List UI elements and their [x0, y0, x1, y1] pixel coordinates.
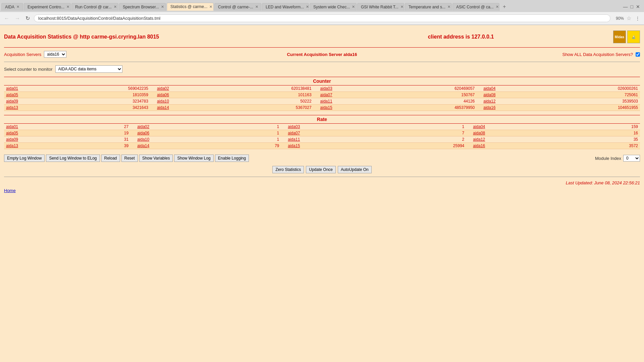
- tab-label: Statistics @ carme...: [170, 4, 207, 9]
- reload-button[interactable]: ↻: [24, 14, 31, 22]
- rate-name[interactable]: aida13: [4, 143, 87, 149]
- reset-button[interactable]: Reset: [121, 155, 138, 162]
- counter-value: 620469057: [389, 85, 477, 92]
- rate-name[interactable]: aida03: [281, 124, 388, 130]
- section-divider: [4, 62, 640, 62]
- counter-dropdown[interactable]: AIDA ADC data items: [55, 65, 122, 73]
- button-row: Empty Log Window Send Log Window to ELog…: [4, 152, 249, 165]
- counter-name[interactable]: aida14: [150, 105, 226, 111]
- tab-spectrum-browser[interactable]: Spectrum Browser... ✕: [119, 3, 166, 11]
- empty-log-window-button[interactable]: Empty Log Window: [4, 155, 45, 162]
- tab-system-check[interactable]: System wide Chec... ✕: [310, 3, 357, 11]
- tab-label: Control @ carme-...: [218, 5, 253, 9]
- rate-name[interactable]: aida01: [4, 124, 87, 130]
- show-window-log-button[interactable]: Show Window Log: [174, 155, 213, 162]
- close-icon[interactable]: ✕: [352, 5, 355, 9]
- rate-value: 25994: [388, 143, 466, 149]
- counter-name[interactable]: aida03: [314, 85, 389, 92]
- show-all-checkbox[interactable]: [636, 52, 640, 57]
- counter-value: 3539503: [552, 98, 640, 105]
- rate-name[interactable]: aida14: [130, 143, 237, 149]
- address-bar[interactable]: localhost:8015/DataAcquisitionControl/Da…: [34, 14, 610, 22]
- counter-value: 485379950: [389, 105, 477, 111]
- rate-name[interactable]: aida12: [466, 136, 573, 143]
- counter-name[interactable]: aida06: [150, 92, 226, 98]
- tab-aida[interactable]: AIDA ✕: [1, 3, 23, 11]
- close-icon[interactable]: ✕: [306, 5, 309, 9]
- counter-name[interactable]: aida12: [477, 98, 552, 105]
- autoupdate-button[interactable]: AutoUpdate On: [338, 166, 372, 173]
- server-row: Acquisition Servers aida16 Current Acqui…: [4, 49, 640, 60]
- rate-name[interactable]: aida09: [4, 136, 87, 143]
- zero-statistics-button[interactable]: Zero Statistics: [272, 166, 304, 173]
- center-buttons: Zero Statistics Update Once AutoUpdate O…: [4, 165, 640, 175]
- counter-name[interactable]: aida01: [4, 85, 62, 92]
- rate-name[interactable]: aida06: [130, 130, 237, 136]
- close-icon[interactable]: ✕: [209, 5, 212, 9]
- counter-name[interactable]: aida15: [314, 105, 389, 111]
- rate-value: 19: [87, 130, 130, 136]
- counter-name[interactable]: aida10: [150, 98, 226, 105]
- tab-run-control[interactable]: Run Control @ car... ✕: [71, 3, 118, 11]
- rate-name[interactable]: aida07: [281, 130, 388, 136]
- counter-name[interactable]: aida09: [4, 98, 62, 105]
- module-index-select[interactable]: 0: [623, 155, 640, 162]
- counter-name[interactable]: aida13: [4, 105, 62, 111]
- secondary-logo: 🔬: [627, 31, 640, 43]
- close-icon[interactable]: ✕: [161, 5, 164, 9]
- rate-name[interactable]: aida10: [130, 136, 237, 143]
- counter-name[interactable]: aida11: [314, 98, 389, 105]
- tab-led-waveform[interactable]: LED and Waveform... ✕: [262, 3, 309, 11]
- close-icon[interactable]: ✕: [114, 5, 117, 9]
- tab-gsi-white-rabbit[interactable]: GSI White Rabbit T... ✕: [357, 3, 404, 11]
- counter-name[interactable]: aida16: [477, 105, 552, 111]
- rate-name[interactable]: aida16: [466, 143, 573, 149]
- rate-name[interactable]: aida15: [281, 143, 388, 149]
- server-select[interactable]: aida16: [44, 51, 66, 58]
- counter-name[interactable]: aida02: [150, 85, 226, 92]
- midas-logo: Midas: [613, 31, 626, 43]
- counter-name[interactable]: aida04: [477, 85, 552, 92]
- counter-value: 104651955: [552, 105, 640, 111]
- close-icon[interactable]: ✕: [447, 5, 450, 9]
- rate-name[interactable]: aida04: [466, 124, 573, 130]
- home-link[interactable]: Home: [4, 187, 640, 194]
- rate-name[interactable]: aida05: [4, 130, 87, 136]
- maximize-button[interactable]: □: [631, 4, 633, 9]
- close-icon[interactable]: ✕: [66, 5, 69, 9]
- rate-value: 1: [388, 124, 466, 130]
- counter-name[interactable]: aida07: [314, 92, 389, 98]
- minimize-button[interactable]: —: [623, 4, 628, 9]
- bookmark-icon[interactable]: ☆: [627, 15, 631, 21]
- tab-asic-control[interactable]: ASIC Control @ ca... ✕: [452, 3, 499, 11]
- counter-name[interactable]: aida05: [4, 92, 62, 98]
- close-window-button[interactable]: ✕: [636, 4, 640, 9]
- new-tab-button[interactable]: +: [500, 2, 508, 11]
- update-once-button[interactable]: Update Once: [306, 166, 336, 173]
- tab-experiment-control[interactable]: Experiment Contro... ✕: [24, 3, 71, 11]
- tab-control[interactable]: Control @ carme-... ✕: [214, 3, 261, 11]
- rate-name[interactable]: aida08: [466, 130, 573, 136]
- counter-name[interactable]: aida08: [477, 92, 552, 98]
- rate-value: 7: [388, 130, 466, 136]
- send-log-button[interactable]: Send Log Window to ELog: [46, 155, 100, 162]
- back-button[interactable]: ←: [3, 15, 11, 22]
- tab-statistics[interactable]: Statistics @ carme... ✕: [167, 3, 214, 11]
- enable-logging-button[interactable]: Enable Logging: [215, 155, 249, 162]
- rate-name[interactable]: aida11: [281, 136, 388, 143]
- forward-button[interactable]: →: [13, 15, 21, 22]
- tab-temperature[interactable]: Temperature and s... ✕: [405, 3, 452, 11]
- close-icon[interactable]: ✕: [496, 5, 499, 9]
- rate-name[interactable]: aida02: [130, 124, 237, 130]
- table-row: aida09 31 aida10 1 aida11 2 aida12 35: [4, 136, 640, 143]
- close-icon[interactable]: ✕: [255, 5, 258, 9]
- close-icon[interactable]: ✕: [400, 5, 404, 9]
- reload-page-button[interactable]: Reload: [101, 155, 120, 162]
- extensions-icon[interactable]: ⋮: [634, 15, 641, 22]
- url-text: localhost:8015/DataAcquisitionControl/Da…: [38, 16, 160, 21]
- rate-value: 31: [87, 136, 130, 143]
- close-icon[interactable]: ✕: [16, 5, 19, 9]
- show-variables-button[interactable]: Show Variables: [139, 155, 173, 162]
- footer-divider: [4, 177, 640, 177]
- counter-value: 150767: [389, 92, 477, 98]
